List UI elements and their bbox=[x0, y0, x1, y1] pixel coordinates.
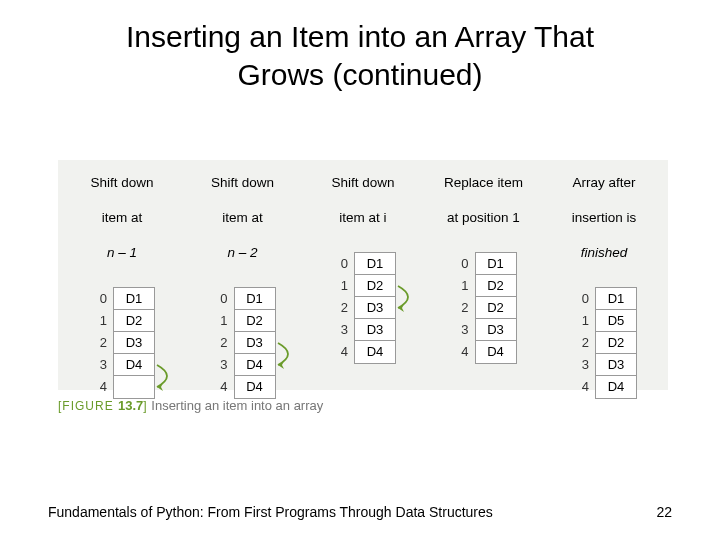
header-line-0: Replace item bbox=[444, 174, 523, 192]
array-cell: D3 bbox=[476, 319, 516, 341]
array-cell: D4 bbox=[355, 341, 395, 363]
index-label: 4 bbox=[451, 341, 475, 363]
index-label: 1 bbox=[451, 275, 475, 297]
header-line-1: insertion is bbox=[572, 209, 637, 227]
header-line-1: item at i bbox=[331, 209, 394, 227]
figure-area: Shift downitem atn – 101234D1D2D3D4Shift… bbox=[58, 160, 668, 390]
index-label: 0 bbox=[330, 253, 354, 275]
index-label: 1 bbox=[89, 310, 113, 332]
index-label: 1 bbox=[210, 310, 234, 332]
array-diagram: 01234D1D2D3D4D4 bbox=[210, 287, 276, 399]
index-label: 2 bbox=[330, 297, 354, 319]
array-cell: D2 bbox=[596, 332, 636, 354]
array-cell: D3 bbox=[114, 332, 154, 354]
caption-text: Inserting an item into an array bbox=[148, 398, 324, 413]
array-cell: D2 bbox=[355, 275, 395, 297]
array-cell: D1 bbox=[355, 253, 395, 275]
index-label: 3 bbox=[330, 319, 354, 341]
array-cell: D3 bbox=[355, 319, 395, 341]
header-line-1: at position 1 bbox=[444, 209, 523, 227]
header-line-0: Shift down bbox=[331, 174, 394, 192]
header-line-0: Shift down bbox=[211, 174, 274, 192]
header-line-1: item at bbox=[90, 209, 153, 227]
array-cell: D1 bbox=[235, 288, 275, 310]
index-label: 4 bbox=[330, 341, 354, 363]
header-line-2: n – 2 bbox=[211, 244, 274, 262]
header-line-0: Shift down bbox=[90, 174, 153, 192]
index-label: 0 bbox=[571, 288, 595, 310]
index-label: 4 bbox=[571, 376, 595, 398]
index-label: 3 bbox=[571, 354, 595, 376]
index-label: 0 bbox=[210, 288, 234, 310]
column-header: Replace itemat position 1 bbox=[444, 174, 523, 244]
page-number: 22 bbox=[656, 504, 672, 520]
array-cell: D3 bbox=[235, 332, 275, 354]
array-diagram: 01234D1D2D3D3D4 bbox=[330, 252, 396, 364]
array-cell: D4 bbox=[596, 376, 636, 398]
index-label: 0 bbox=[451, 253, 475, 275]
array-cell: D4 bbox=[235, 354, 275, 376]
array-column-3: Replace itemat position 101234D1D2D2D3D4 bbox=[426, 174, 542, 364]
column-header: Shift downitem at i bbox=[331, 174, 394, 244]
index-label: 4 bbox=[89, 376, 113, 398]
title-line-2: Grows (continued) bbox=[237, 58, 482, 91]
array-column-4: Array afterinsertion isfinished01234D1D5… bbox=[546, 174, 662, 399]
array-cell: D4 bbox=[235, 376, 275, 398]
index-label: 0 bbox=[89, 288, 113, 310]
footer-text: Fundamentals of Python: From First Progr… bbox=[48, 504, 493, 520]
array-cell: D4 bbox=[114, 354, 154, 376]
array-cell: D1 bbox=[476, 253, 516, 275]
array-column-0: Shift downitem atn – 101234D1D2D3D4 bbox=[64, 174, 180, 399]
array-columns: Shift downitem atn – 101234D1D2D3D4Shift… bbox=[58, 174, 668, 390]
array-cell: D2 bbox=[476, 275, 516, 297]
array-column-2: Shift downitem at i01234D1D2D3D3D4 bbox=[305, 174, 421, 364]
slide-title: Inserting an Item into an Array That Gro… bbox=[0, 18, 720, 93]
index-label: 2 bbox=[571, 332, 595, 354]
array-diagram: 01234D1D5D2D3D4 bbox=[571, 287, 637, 399]
array-diagram: 01234D1D2D2D3D4 bbox=[451, 252, 517, 364]
header-line-2: finished bbox=[572, 244, 637, 262]
array-cell bbox=[114, 376, 154, 398]
array-cell: D2 bbox=[114, 310, 154, 332]
index-label: 2 bbox=[451, 297, 475, 319]
column-header: Shift downitem atn – 1 bbox=[90, 174, 153, 279]
array-cell: D2 bbox=[235, 310, 275, 332]
column-header: Shift downitem atn – 2 bbox=[211, 174, 274, 279]
index-label: 3 bbox=[89, 354, 113, 376]
header-line-0: Array after bbox=[572, 174, 637, 192]
shift-arrow-icon bbox=[276, 287, 306, 373]
shift-arrow-icon bbox=[155, 287, 185, 395]
index-label: 4 bbox=[210, 376, 234, 398]
index-label: 2 bbox=[89, 332, 113, 354]
array-cell: D2 bbox=[476, 297, 516, 319]
array-diagram: 01234D1D2D3D4 bbox=[89, 287, 155, 399]
array-cell: D5 bbox=[596, 310, 636, 332]
array-cell: D1 bbox=[596, 288, 636, 310]
column-header: Array afterinsertion isfinished bbox=[572, 174, 637, 279]
shift-arrow-icon bbox=[396, 252, 426, 316]
header-line-1: item at bbox=[211, 209, 274, 227]
index-label: 3 bbox=[451, 319, 475, 341]
array-cell: D1 bbox=[114, 288, 154, 310]
figure-tag-open: [FIGURE bbox=[58, 399, 118, 413]
array-cell: D4 bbox=[476, 341, 516, 363]
array-cell: D3 bbox=[596, 354, 636, 376]
array-column-1: Shift downitem atn – 201234D1D2D3D4D4 bbox=[185, 174, 301, 399]
figure-number: 13.7 bbox=[118, 398, 143, 413]
array-cell: D3 bbox=[355, 297, 395, 319]
index-label: 3 bbox=[210, 354, 234, 376]
index-label: 2 bbox=[210, 332, 234, 354]
figure-caption: [FIGURE 13.7] Inserting an item into an … bbox=[58, 398, 323, 413]
index-label: 1 bbox=[571, 310, 595, 332]
index-label: 1 bbox=[330, 275, 354, 297]
title-line-1: Inserting an Item into an Array That bbox=[126, 20, 594, 53]
header-line-2: n – 1 bbox=[90, 244, 153, 262]
